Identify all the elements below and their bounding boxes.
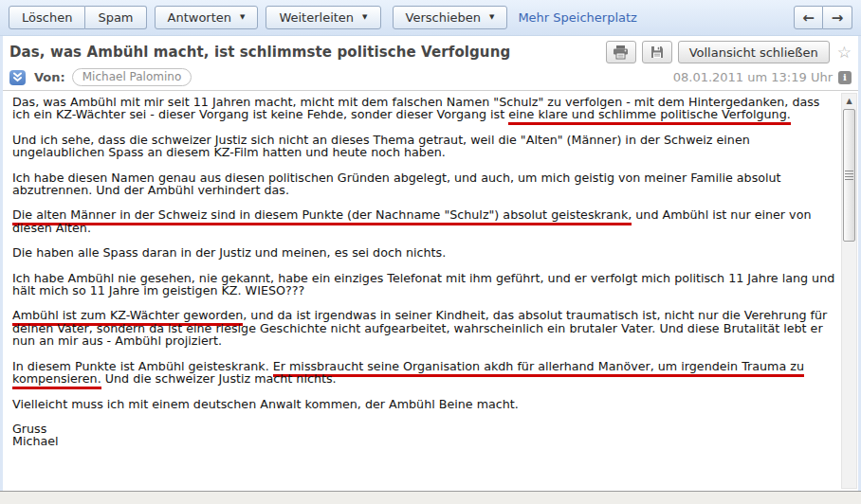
mail-paragraph: Die alten Männer in der Schweiz sind in … — [12, 208, 835, 234]
sender-chip[interactable]: Michael Palomino — [72, 68, 192, 86]
forward-dropdown-button[interactable]: Weiterleiten ▼ — [266, 6, 380, 29]
mail-paragraph: In diesem Punkte ist Ambühl geisteskrank… — [12, 360, 835, 386]
body-text-segment: Die haben alle Spass daran in der Justiz… — [12, 245, 446, 260]
next-message-button[interactable]: → — [823, 6, 852, 29]
print-button[interactable] — [606, 41, 636, 63]
mail-paragraph: Ich habe diesen Namen genau aus diesen p… — [12, 171, 835, 197]
footer-bar — [0, 491, 861, 504]
mail-paragraph: Vielleicht muss ich mit einem deutschen … — [12, 398, 835, 410]
body-text-segment: Und die schweizer Justiz macht nichts. — [101, 371, 337, 386]
from-label: Von: — [34, 70, 65, 84]
mail-toolbar: Löschen Spam Antworten ▼ Weiterleiten ▼ … — [0, 0, 861, 36]
more-storage-link[interactable]: Mehr Speicherplatz — [518, 10, 637, 25]
close-fullview-button[interactable]: Vollansicht schließen — [678, 41, 830, 63]
previous-message-button[interactable]: ← — [794, 6, 823, 29]
body-text-segment: Gruss Michael — [12, 422, 59, 448]
save-button[interactable] — [642, 41, 672, 63]
scrollbar-thumb[interactable] — [843, 109, 855, 242]
arrow-left-icon: ← — [802, 9, 815, 27]
mail-paragraph: Die haben alle Spass daran in der Justiz… — [12, 246, 835, 259]
move-dropdown-button[interactable]: Verschieben ▼ — [393, 6, 508, 29]
delete-button[interactable]: Löschen — [9, 6, 85, 29]
mail-body: Das, was Ambühl mit mir seit 11 Jahren m… — [3, 91, 858, 491]
message-header: Das, was Ambühl macht, ist schlimmste po… — [3, 36, 858, 91]
chevron-down-icon: ▼ — [240, 14, 245, 21]
move-label: Verschieben — [406, 10, 482, 25]
message-subject: Das, was Ambühl macht, ist schlimmste po… — [9, 41, 510, 61]
mail-body-text: Das, was Ambühl mit mir seit 11 Jahren m… — [3, 91, 839, 491]
red-underlined-text: eine klare und schlimme politische Verfo… — [508, 107, 791, 125]
message-nav-group: ← → — [794, 6, 852, 29]
message-date: 08.01.2011 um 13:19 Uhr — [673, 70, 833, 84]
double-chevron-down-icon — [12, 72, 23, 82]
scrollbar-grip — [845, 171, 853, 180]
mail-paragraph: Und ich sehe, dass die schweizer Justiz … — [12, 134, 835, 159]
mail-paragraph: Gruss Michael — [12, 423, 835, 448]
forward-label: Weiterleiten — [279, 10, 354, 25]
body-text-segment: Ich habe Ambühl nie gesehen, nie gekannt… — [12, 271, 834, 297]
mail-paragraph: Das, was Ambühl mit mir seit 11 Jahren m… — [12, 96, 835, 121]
scrollbar-up-icon[interactable]: ▲ — [842, 94, 856, 107]
collapse-header-button[interactable] — [9, 70, 26, 85]
body-text-segment: Ich habe diesen Namen genau aus diesen p… — [12, 171, 781, 197]
reply-dropdown-button[interactable]: Antworten ▼ — [155, 6, 259, 29]
mail-paragraph: Ich habe Ambühl nie gesehen, nie gekannt… — [12, 272, 835, 297]
star-icon[interactable]: ☆ — [837, 45, 852, 61]
chevron-down-icon: ▼ — [489, 14, 494, 21]
delete-spam-group: Löschen Spam — [9, 6, 147, 29]
webmail-window: Löschen Spam Antworten ▼ Weiterleiten ▼ … — [0, 0, 861, 504]
red-underlined-text: Die alten Männer in der Schweiz sind in … — [12, 207, 632, 225]
chevron-down-icon: ▼ — [362, 14, 367, 21]
vertical-scrollbar[interactable]: ▲ — [841, 93, 857, 489]
printer-icon — [613, 45, 629, 60]
body-text-segment: Vielleicht muss ich mit einem deutschen … — [12, 397, 519, 411]
floppy-disk-icon — [650, 45, 664, 59]
info-icon[interactable]: i — [838, 71, 852, 84]
message-pane: Das, was Ambühl macht, ist schlimmste po… — [0, 36, 861, 491]
reply-label: Antworten — [168, 10, 232, 25]
spam-button[interactable]: Spam — [85, 6, 146, 29]
arrow-right-icon: → — [832, 9, 844, 27]
mail-paragraph: Ambühl ist zum KZ-Wächter geworden, und … — [12, 309, 835, 347]
body-text-segment: Und ich sehe, dass die schweizer Justiz … — [12, 133, 750, 159]
